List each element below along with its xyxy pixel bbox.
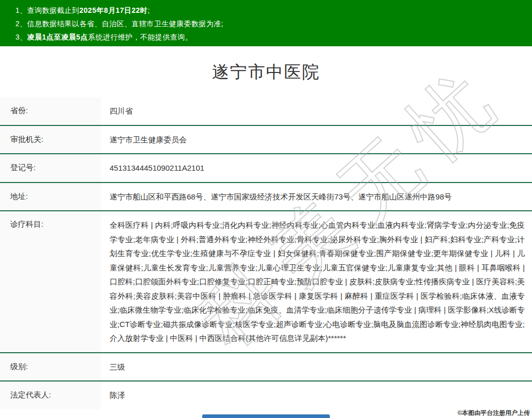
row-value: 遂宁市卫生健康委员会 [101, 126, 532, 154]
table-row-approval-authority: 审批机关: 遂宁市卫生健康委员会 [0, 125, 532, 154]
close-window-button[interactable]: 〖关闭窗口〗 [202, 414, 330, 418]
table-row-legal-representative: 法定代表人: 陈泽 [0, 380, 532, 409]
table-row-level: 级别: 三级 [0, 352, 532, 381]
row-label: 地址: [0, 183, 101, 211]
row-value: 四川省 [101, 97, 532, 125]
notice-line-2: 2、信息数据结果以各省、自治区、直辖市卫生健康委数据为准; [15, 17, 532, 30]
row-label: 诊疗科目: [0, 211, 101, 352]
notice-line-number: 1、 [15, 6, 27, 14]
row-value: 三级 [101, 353, 532, 381]
row-value: 遂宁市船山区和平西路68号、遂宁市国家级经济技术开发区天峰街73号、遂宁市船山区… [101, 183, 532, 211]
row-label: 审批机关: [0, 126, 101, 154]
hospital-info-table: 省份: 四川省 审批机关: 遂宁市卫生健康委员会 登记号: 4513134445… [0, 97, 532, 409]
row-label: 法定代表人: [0, 381, 101, 409]
row-label: 省份: [0, 97, 101, 125]
row-value: 45131344451090211A2101 [101, 154, 532, 182]
button-area: 〖关闭窗口〗 [0, 414, 532, 418]
notice-line-number: 3、 [15, 33, 27, 41]
table-row-province: 省份: 四川省 [0, 97, 532, 125]
row-value: 陈泽 [101, 381, 532, 409]
notice-line-number: 2、 [15, 20, 27, 28]
upload-credit-watermark: ©本图由平台注册用户上传 [457, 409, 530, 417]
row-label: 级别: [0, 353, 101, 381]
table-row-registration-number: 登记号: 45131344451090211A2101 [0, 153, 532, 182]
notice-line-3: 3、凌晨1点至凌晨5点系统进行维护，不能提供查询。 [15, 30, 532, 44]
row-label: 登记号: [0, 154, 101, 182]
page-title: 遂宁市中医院 [0, 61, 532, 84]
row-value: 全科医疗科 | 内科;呼吸内科专业;消化内科专业;神经内科专业;心血管内科专业;… [101, 211, 532, 352]
query-result-page: 1、查询数据截止到2025年8月17日22时; 2、信息数据结果以各省、自治区、… [0, 0, 532, 418]
table-row-address: 地址: 遂宁市船山区和平西路68号、遂宁市国家级经济技术开发区天峰街73号、遂宁… [0, 182, 532, 211]
notice-line-1: 1、查询数据截止到2025年8月17日22时; [15, 4, 532, 17]
notice-banner: 1、查询数据截止到2025年8月17日22时; 2、信息数据结果以各省、自治区、… [0, 0, 532, 46]
table-row-medical-subjects: 诊疗科目: 全科医疗科 | 内科;呼吸内科专业;消化内科专业;神经内科专业;心血… [0, 210, 532, 352]
